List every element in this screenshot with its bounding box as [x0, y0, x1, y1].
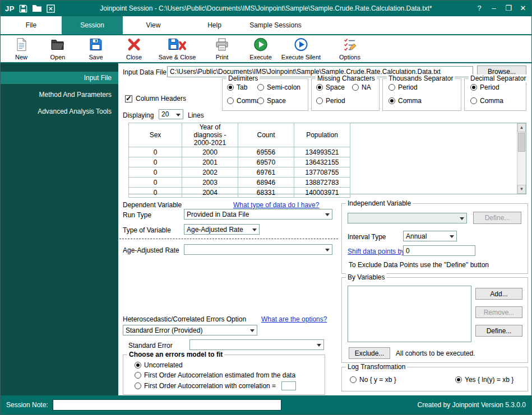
type-of-variable-label: Type of Variable	[123, 226, 171, 234]
version-text: Created by Joinpoint Version 5.3.0.0	[418, 401, 526, 409]
exclude-button[interactable]: Exclude...	[349, 347, 390, 359]
chevron-down-icon	[252, 229, 257, 234]
radio-icon	[257, 97, 264, 104]
save-and-close-button[interactable]: Save & Close	[153, 37, 201, 60]
minimize-button[interactable]: –	[487, 1, 501, 16]
independent-variable-select[interactable]	[348, 213, 467, 223]
radio-icon	[352, 84, 359, 91]
execute-play-icon	[253, 37, 268, 54]
correlation-value-field[interactable]	[281, 381, 296, 390]
execute-silent-button[interactable]: Execute Silent	[279, 37, 323, 60]
chevron-down-icon	[460, 217, 464, 222]
radio-icon	[227, 97, 234, 104]
sidebar-item-advanced-analysis-tools[interactable]: Advanced Analysis Tools	[1, 105, 118, 118]
column-headers-checkbox[interactable]: Column Headers	[125, 95, 186, 102]
scrollbar-thumb[interactable]	[518, 133, 525, 152]
menu-sample-sessions[interactable]: Sample Sessions	[245, 16, 306, 34]
displaying-lines-select[interactable]: 20	[159, 109, 183, 119]
new-document-icon	[14, 37, 29, 54]
chevron-down-icon	[450, 235, 454, 240]
chevron-down-icon	[176, 114, 181, 119]
thousands-period-radio[interactable]: Period	[388, 83, 418, 91]
window-title: Joinpoint Session - C:\Users\Public\Docu…	[1, 4, 531, 12]
delimiter-space-radio[interactable]: Space	[257, 97, 286, 105]
titlebar-close-session-icon[interactable]	[47, 4, 55, 13]
menu-view[interactable]: View	[123, 16, 184, 34]
status-bar: Session Note: Created by Joinpoint Versi…	[1, 395, 531, 414]
sidebar-item-input-file[interactable]: Input File	[1, 72, 118, 84]
section-divider	[119, 239, 338, 239]
what-are-the-options-link[interactable]: What are the options?	[261, 315, 327, 323]
help-button[interactable]: ?	[472, 1, 487, 16]
radio-icon	[316, 84, 323, 91]
what-type-of-data-link[interactable]: What type of data do I have?	[233, 201, 319, 209]
age-adjusted-rate-select[interactable]	[184, 244, 332, 255]
delimiter-semicolon-radio[interactable]: Semi-colon	[257, 83, 300, 91]
dependent-variable-label: Dependent Variable	[123, 201, 182, 209]
radio-icon	[135, 372, 141, 379]
save-floppy-icon	[89, 37, 103, 54]
standard-error-label: Standard Error	[128, 342, 173, 349]
log-no-radio[interactable]: No { y = xb }	[350, 376, 396, 384]
delimiter-comma-radio[interactable]: Comma	[227, 97, 260, 105]
toolbar: New Open Save Close Save & Close	[1, 34, 531, 63]
by-variables-listbox[interactable]	[348, 286, 471, 342]
data-preview-table: Sex Year of diagnosis - 2000-2021 Count …	[128, 123, 350, 198]
by-variables-remove-button[interactable]: Remove...	[475, 306, 522, 318]
session-note-field[interactable]	[53, 399, 281, 411]
uncorrelated-radio[interactable]: Uncorrelated	[135, 361, 183, 369]
table-header-row: Sex Year of diagnosis - 2000-2021 Count …	[129, 123, 350, 147]
decimal-comma-radio[interactable]: Comma	[470, 97, 503, 105]
missing-period-radio[interactable]: Period	[316, 97, 345, 105]
run-type-select[interactable]: Provided in Data File	[184, 209, 332, 220]
menu-file[interactable]: File	[1, 16, 62, 34]
by-variables-define-button[interactable]: Define...	[475, 325, 522, 337]
log-yes-radio[interactable]: Yes { ln(y) = xb }	[455, 376, 514, 384]
delimiter-tab-radio[interactable]: Tab	[227, 83, 247, 91]
interval-type-select[interactable]: Annual	[403, 231, 457, 241]
maximize-button[interactable]: ❐	[501, 1, 516, 16]
titlebar-open-folder-icon[interactable]	[32, 4, 42, 12]
save-and-close-icon	[168, 37, 187, 54]
errors-option-select[interactable]: Standard Error (Provided)	[123, 325, 257, 335]
type-of-variable-select[interactable]: Age-Adjusted Rate	[184, 224, 260, 235]
missing-space-radio[interactable]: Space	[316, 83, 345, 91]
scroll-up-icon[interactable]: ▲	[517, 123, 526, 132]
decimal-period-radio[interactable]: Period	[470, 83, 499, 91]
standard-error-select[interactable]	[189, 339, 324, 350]
print-button[interactable]: Print	[201, 37, 243, 60]
radio-icon	[388, 84, 395, 91]
table-scrollbar[interactable]: ▲ ▼	[517, 123, 526, 194]
by-variables-add-button[interactable]: Add...	[475, 288, 522, 300]
shift-data-points-link[interactable]: Shift data points by	[348, 248, 405, 255]
errors-option-label: Heteroscedastic/Correlated Errors Option	[123, 315, 246, 323]
open-button[interactable]: Open	[39, 37, 77, 60]
titlebar-save-icon[interactable]	[19, 4, 27, 13]
app-logo: JP	[5, 4, 15, 13]
new-button[interactable]: New	[4, 37, 39, 60]
thousands-comma-radio[interactable]: Comma	[388, 97, 422, 105]
sidebar-item-method-and-parameters[interactable]: Method And Parameters	[1, 88, 118, 101]
interval-type-label: Interval Type	[348, 233, 386, 241]
execute-button[interactable]: Execute	[243, 37, 279, 60]
radio-icon	[455, 376, 462, 383]
menu-session[interactable]: Session	[62, 16, 123, 34]
menu-help[interactable]: Help	[184, 16, 245, 34]
shift-data-points-field[interactable]	[403, 245, 475, 256]
options-button[interactable]: Options	[330, 37, 369, 60]
by-variables-groupbox: By Variables Add... Remove... Define... …	[341, 277, 528, 363]
chevron-down-icon	[325, 213, 330, 218]
radio-icon	[388, 97, 395, 104]
autocorrelation-estimated-radio[interactable]: First Order Autocorrelation estimated fr…	[135, 371, 295, 379]
missing-na-radio[interactable]: NA	[352, 83, 371, 91]
data-preview-panel: Sex Year of diagnosis - 2000-2021 Count …	[128, 123, 526, 194]
checkbox-icon	[125, 95, 132, 102]
save-button[interactable]: Save	[77, 37, 115, 60]
independent-define-button[interactable]: Define...	[473, 212, 521, 224]
radio-icon	[257, 84, 264, 91]
close-button[interactable]: ✕	[516, 1, 530, 16]
scroll-down-icon[interactable]: ▼	[517, 185, 526, 194]
autocorrelation-correlation-radio[interactable]: First Order Autocorrelation with correla…	[135, 381, 296, 390]
radio-icon	[135, 383, 141, 389]
close-session-button[interactable]: Close	[115, 37, 153, 60]
